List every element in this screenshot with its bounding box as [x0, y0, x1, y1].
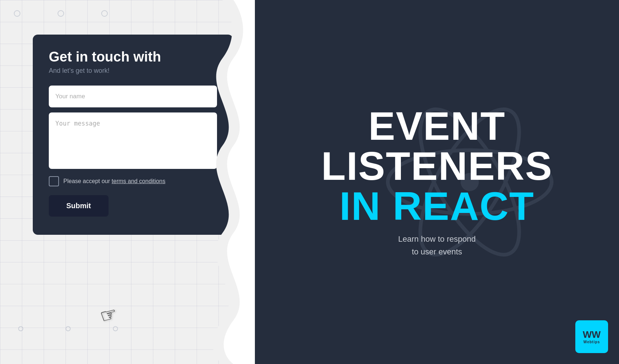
- headline-in-react: IN REACT: [321, 186, 552, 226]
- terms-label: Please accept our terms and conditions: [63, 178, 165, 185]
- headline-block: EVENT LISTENERS IN REACT Learn how to re…: [321, 106, 552, 258]
- webtips-label: Webtips: [583, 340, 600, 344]
- webtips-ww-logo: WW: [583, 330, 600, 339]
- headline-subtitle: Learn how to respond to user events: [321, 233, 552, 258]
- headline-event: EVENT: [321, 106, 552, 146]
- deco-circle: [18, 326, 23, 331]
- deco-circle: [58, 10, 64, 17]
- webtips-badge[interactable]: WW Webtips: [575, 320, 608, 353]
- deco-circle: [14, 10, 20, 17]
- cursor-icon: ☞: [98, 302, 120, 328]
- deco-circle: [101, 10, 108, 17]
- terms-checkbox[interactable]: [49, 176, 59, 186]
- wavy-divider: [190, 0, 255, 364]
- left-panel: Get in touch with And let’s get to work!…: [0, 0, 255, 364]
- deco-circle: [66, 326, 71, 331]
- submit-button[interactable]: Submit: [49, 195, 109, 217]
- terms-link[interactable]: terms and conditions: [112, 178, 166, 184]
- headline-listeners: LISTENERS: [321, 146, 552, 186]
- deco-circle: [113, 326, 118, 331]
- right-panel: EVENT LISTENERS IN REACT Learn how to re…: [255, 0, 619, 364]
